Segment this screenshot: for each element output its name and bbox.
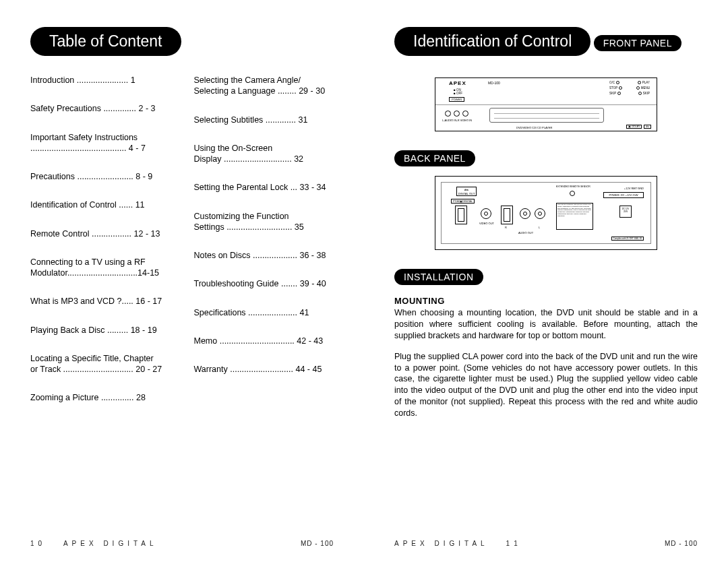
page-right: Identification of Control FRONT PANEL AP… [364,0,728,562]
r-label: R [505,226,507,229]
panel-model: MD-100 [488,81,500,85]
toc-entry: Notes on Discs ................... 36 - … [194,250,338,261]
panel-buttons: O/C PLAY STOP MENU SKIP SKIP [609,81,650,97]
toc-entry: Identification of Control ...... 11 [30,199,174,210]
audio-r-jack [520,208,530,219]
footer-right: MD - 100 APEX DIGITAL 11 [394,540,698,547]
digital-port [455,206,467,224]
toc-entry: Selecting Subtitles ............. 31 [194,115,338,125]
tray-label: DVD/VIDEO CD/ CD PLAYER [516,126,553,129]
toc-columns: Introduction ...................... 1 Sa… [30,75,337,421]
panel-brand: APEX [449,80,466,86]
toc-col-1: Introduction ...................... 1 Sa… [30,75,174,421]
toc-entry: Customizing the Function Settings ......… [194,211,338,233]
power-button: POWER [449,97,464,102]
toc-entry: Introduction ...................... 1 [30,75,174,86]
mounting-para-1: When choosing a mounting location, the D… [394,307,698,342]
pcm-label: PCM/▣DIGITAL [451,199,475,204]
power-pins-label: +12V RMT GND [624,187,644,190]
toc-col-2: Selecting the Camera Angle/ Selecting a … [194,75,338,421]
audio-port-r [501,206,513,224]
l-label: L [539,226,540,229]
heading-pill-right: Identification of Control [394,27,590,56]
input-jacks [445,111,468,117]
back-panel-label: BACK PANEL [394,150,475,166]
remote-sensor [570,191,575,196]
page-number: 10 APEX DIGITAL [30,540,158,547]
toc-entry: Important Safety Instructions ..........… [30,132,174,154]
footer-model: MD - 100 [301,540,334,547]
panel-lights: ■ ON■ OFF [454,88,462,95]
toc-entry: What is MP3 and VCD ?..... 16 - 17 [30,296,174,307]
fcc-warning: This device complies with part 15 of the… [556,203,593,230]
page-number: APEX DIGITAL 11 [394,540,522,547]
audio-out-label: AUDIO OUT [509,231,543,235]
footer-model: MD - 100 [665,540,698,547]
sensor-label: EXTENDED REMOTE SENSOR [556,185,590,188]
footer-left: 10 APEX DIGITAL MD - 100 [30,540,334,547]
audio-l-jack [535,208,545,219]
back-panel-diagram: dtsDIGITAL OUT PCM/▣DIGITAL VIDEO OUT R … [435,176,657,250]
toc-entry: Warranty ........................... 44 … [194,364,338,375]
mounting-para-2: Plug the supplied CLA power cord into th… [394,351,698,419]
video-out-jack [481,208,491,219]
installation-label: INSTALLATION [394,269,483,285]
toc-entry: Troubleshooting Guide ....... 39 - 40 [194,278,338,289]
video-out-label: VIDEO OUT [479,222,495,225]
toc-entry: Memo ................................ 42… [194,336,338,346]
page-left: Table of Content Introduction ..........… [0,0,364,562]
mounting-heading: MOUNTING [394,296,698,306]
dts-logo: dtsDIGITAL OUT [456,187,477,196]
dc-jack: DC 12V 25W [619,206,632,218]
front-panel-label: FRONT PANEL [594,35,681,51]
toc-entry: Remote Control ................. 12 - 13 [30,228,174,239]
disc-tray [489,108,604,123]
toc-entry: Using the On-Screen Display ............… [194,143,338,165]
toc-entry: Specifications ..................... 41 [194,307,338,318]
toc-entry: Selecting the Camera Angle/ Selecting a … [194,75,338,97]
front-panel-diagram: APEX MD-100 ■ ON■ OFF POWER O/C PLAY STO… [435,77,657,131]
jack-labels: L-AUDIO IN-R VIDEO IN [442,119,472,122]
toc-entry: Zooming a Picture .............. 28 [30,392,174,403]
toc-entry: Safety Precautions .............. 2 - 3 [30,103,174,114]
page-spread: Table of Content Introduction ..........… [0,0,728,562]
toc-entry: Precautions ........................ 8 -… [30,171,174,182]
cert-label: Complies with 21 CRT 1040, 10 [611,237,644,241]
toc-entry: Setting the Parental Lock ... 33 - 34 [194,182,338,193]
power-rating-box: POWER: DC +12V 25W [603,192,644,198]
toc-entry: Locating a Specific Title, Chapter or Tr… [30,353,174,375]
heading-pill-left: Table of Content [30,27,181,56]
toc-entry: Playing Back a Disc ......... 18 - 19 [30,325,174,336]
format-logos: ▣ DOLBY dts [626,125,651,129]
toc-entry: Connecting to a TV using a RF Modulator.… [30,257,174,279]
